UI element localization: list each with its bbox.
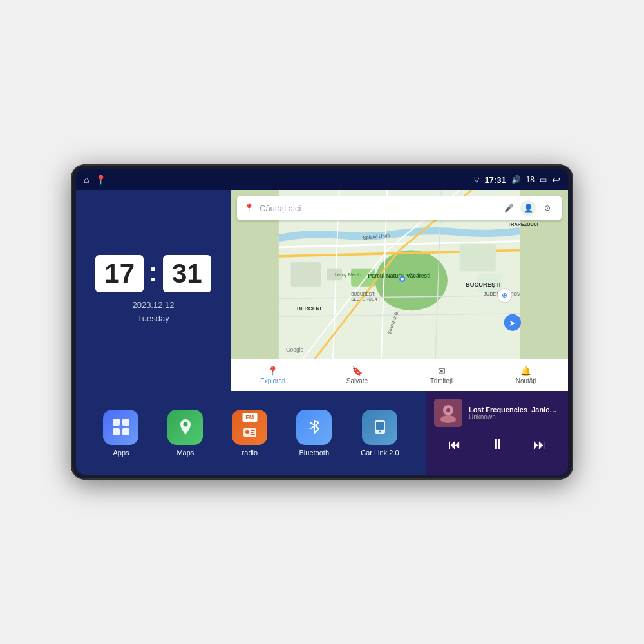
battery-icon: ▭ [540, 175, 547, 184]
apps-icon [103, 410, 138, 445]
svg-rect-37 [243, 428, 256, 437]
layers-btn[interactable]: ⊙ [540, 200, 555, 216]
map-nav-explore[interactable]: 📍 Explorați [231, 366, 315, 384]
app-item-radio[interactable]: FM radio [232, 410, 267, 457]
svg-rect-40 [251, 432, 254, 433]
svg-rect-34 [113, 428, 120, 435]
svg-rect-43 [376, 422, 384, 430]
carlink-icon [362, 410, 397, 445]
date-display: 2023.12.12 Tuesday [132, 299, 174, 326]
explore-label: Explorați [260, 377, 285, 384]
date-text: 2023.12.12 [132, 299, 174, 312]
svg-text:Leroy Merlin: Leroy Merlin [335, 272, 361, 278]
saved-icon: 🔖 [352, 366, 363, 376]
svg-text:BUCUREȘTI: BUCUREȘTI [466, 281, 501, 288]
svg-rect-12 [460, 244, 496, 271]
saved-label: Salvate [346, 377, 368, 384]
svg-text:SECTORUL 4: SECTORUL 4 [351, 297, 377, 301]
voice-search-btn[interactable]: 🎤 [501, 200, 516, 216]
svg-point-26 [401, 278, 404, 281]
explore-icon: 📍 [267, 366, 278, 376]
svg-rect-41 [251, 434, 255, 435]
signal-icon: ▽ [474, 176, 479, 184]
music-controls: ⏮ ⏸ ⏭ [434, 432, 560, 457]
maps-icon [167, 410, 203, 445]
map-nav-saved[interactable]: 🔖 Salvate [315, 366, 399, 384]
app-item-apps[interactable]: Apps [103, 410, 138, 457]
music-title: Lost Frequencies_Janieck Devy-... [469, 406, 560, 413]
bottom-section: Apps Maps FM [76, 391, 568, 475]
main-content: 17 : 31 2023.12.12 Tuesday 📍 Căutați aic… [76, 190, 568, 475]
device-screen: ⌂ 📍 ▽ 17:31 🔊 18 ▭ ↩ 17 : [76, 169, 568, 475]
car-display-device: ⌂ 📍 ▽ 17:31 🔊 18 ▭ ↩ 17 : [71, 164, 573, 480]
music-text: Lost Frequencies_Janieck Devy-... Unknow… [469, 406, 560, 421]
svg-point-38 [245, 430, 249, 434]
svg-point-36 [183, 422, 187, 427]
back-icon[interactable]: ↩ [552, 174, 560, 186]
volume-icon: 🔊 [511, 175, 521, 184]
app-item-maps[interactable]: Maps [167, 410, 203, 457]
svg-rect-39 [251, 430, 255, 431]
maps-label: Maps [176, 449, 194, 457]
play-pause-button[interactable]: ⏸ [488, 435, 507, 454]
apps-label: Apps [113, 449, 129, 457]
apps-section: Apps Maps FM [76, 391, 426, 475]
status-left-icons: ⌂ 📍 [84, 175, 106, 185]
music-artist: Unknown [469, 413, 560, 421]
svg-rect-32 [113, 419, 120, 426]
map-nav-send[interactable]: ✉ Trimiteți [399, 366, 484, 384]
bluetooth-label: Bluetooth [299, 449, 329, 457]
radio-icon: FM [232, 410, 267, 445]
map-search-actions: 🎤 👤 ⊙ [501, 200, 555, 216]
app-item-bluetooth[interactable]: Bluetooth [296, 410, 332, 457]
news-label: Noutăți [516, 377, 536, 384]
day-text: Tuesday [132, 312, 174, 326]
bluetooth-icon [296, 410, 332, 445]
news-icon: 🔔 [520, 366, 531, 376]
map-bottom-nav: 📍 Explorați 🔖 Salvate ✉ Trimiteți 🔔 [231, 359, 568, 391]
account-btn[interactable]: 👤 [520, 200, 536, 216]
svg-rect-33 [122, 419, 129, 426]
music-player: Lost Frequencies_Janieck Devy-... Unknow… [426, 391, 568, 475]
svg-text:TRAPEZULUI: TRAPEZULUI [507, 222, 538, 227]
clock-widget: 17 : 31 2023.12.12 Tuesday [76, 190, 231, 391]
send-label: Trimiteți [430, 377, 453, 384]
svg-rect-10 [291, 262, 321, 286]
status-time: 17:31 [484, 175, 506, 185]
clock-minutes: 31 [163, 255, 211, 292]
map-search-placeholder: Căutați aici [260, 204, 496, 213]
map-pin-icon: 📍 [243, 203, 254, 213]
radio-label: radio [242, 449, 258, 457]
send-icon: ✉ [438, 366, 446, 376]
battery-level: 18 [526, 175, 535, 184]
map-nav-news[interactable]: 🔔 Noutăți [484, 366, 568, 384]
carlink-label: Car Link 2.0 [361, 449, 399, 457]
svg-text:Google: Google [286, 346, 303, 353]
map-widget[interactable]: 📍 Căutați aici 🎤 👤 ⊙ [231, 190, 568, 391]
svg-text:Parcul Natural Văcărești: Parcul Natural Văcărești [368, 272, 431, 279]
maps-status-icon[interactable]: 📍 [95, 175, 106, 185]
svg-point-1 [375, 251, 448, 311]
status-bar: ⌂ 📍 ▽ 17:31 🔊 18 ▭ ↩ [76, 169, 568, 190]
svg-point-48 [446, 408, 450, 412]
svg-point-44 [379, 431, 381, 433]
svg-text:⊕: ⊕ [502, 291, 507, 299]
svg-text:BERCENI: BERCENI [297, 305, 321, 312]
prev-track-button[interactable]: ⏮ [446, 435, 464, 453]
map-search-bar[interactable]: 📍 Căutați aici 🎤 👤 ⊙ [237, 196, 562, 220]
clock-display: 17 : 31 [95, 255, 211, 292]
clock-colon: : [149, 257, 158, 288]
svg-text:BUCUREȘTI: BUCUREȘTI [351, 292, 375, 297]
next-track-button[interactable]: ⏭ [531, 435, 549, 453]
status-right-info: ▽ 17:31 🔊 18 ▭ ↩ [474, 174, 560, 186]
clock-hours: 17 [95, 255, 144, 292]
app-item-carlink[interactable]: Car Link 2.0 [361, 410, 399, 457]
svg-point-47 [440, 415, 456, 423]
top-section: 17 : 31 2023.12.12 Tuesday 📍 Căutați aic… [76, 190, 568, 391]
svg-rect-35 [122, 428, 129, 435]
music-info: Lost Frequencies_Janieck Devy-... Unknow… [434, 399, 560, 427]
svg-text:➤: ➤ [509, 318, 516, 328]
music-thumbnail [434, 399, 462, 427]
home-icon[interactable]: ⌂ [84, 175, 89, 185]
